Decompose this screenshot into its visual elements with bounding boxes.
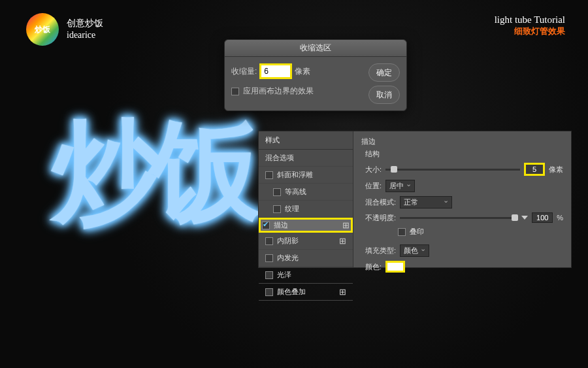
apply-canvas-label: 应用画布边界的效果 — [243, 86, 314, 97]
contract-amount-input[interactable] — [259, 63, 292, 79]
stroke-color-swatch[interactable] — [385, 261, 405, 273]
opacity-reset-icon[interactable] — [521, 216, 528, 220]
position-select[interactable]: 居中 — [385, 180, 415, 192]
style-bevel[interactable]: 斜面和浮雕 — [259, 167, 353, 184]
style-contour[interactable]: 等高线 — [259, 184, 353, 201]
style-contour-checkbox[interactable] — [273, 188, 281, 196]
fill-type-select[interactable]: 颜色 — [400, 244, 429, 257]
style-list-header: 样式 — [259, 131, 353, 150]
structure-label: 结构 — [365, 149, 563, 159]
opacity-input[interactable]: 100 — [532, 212, 553, 223]
style-inner-glow[interactable]: 内发光 — [259, 250, 353, 267]
tutorial-title-cn: 细致灯管效果 — [495, 25, 565, 37]
brand-block: 炒饭 创意炒饭 idearice — [26, 13, 103, 46]
opacity-unit: % — [557, 214, 563, 222]
opacity-slider[interactable] — [400, 217, 517, 219]
tutorial-title: light tube Tutorial 细致灯管效果 — [495, 14, 565, 37]
size-label: 大小: — [365, 165, 382, 175]
style-inner-shadow[interactable]: 内阴影 ⊞ — [259, 233, 353, 250]
style-stroke[interactable]: 描边 ⊞ — [259, 218, 353, 233]
add-stroke-icon[interactable]: ⊞ — [342, 220, 350, 230]
logo-icon: 炒饭 — [26, 13, 59, 46]
stroke-title: 描边 — [361, 137, 563, 146]
stroke-settings: 描边 结构 大小: 5 像素 位置: 居中 混合模式: 正常 不透明度: 100 — [353, 131, 571, 267]
contract-selection-dialog: 收缩选区 收缩量: 像素 应用画布边界的效果 确定 取消 — [224, 39, 407, 111]
style-item-label: 光泽 — [277, 270, 291, 280]
opacity-label: 不透明度: — [365, 213, 396, 223]
style-inner-shadow-checkbox[interactable] — [265, 237, 273, 245]
add-color-overlay-icon[interactable]: ⊞ — [339, 287, 346, 297]
style-blending-options[interactable]: 混合选项 — [259, 150, 353, 167]
brand-cn: 创意炒饭 — [67, 18, 103, 29]
style-satin-checkbox[interactable] — [265, 271, 273, 279]
overprint-checkbox[interactable] — [398, 228, 406, 236]
contract-amount-unit: 像素 — [295, 66, 310, 77]
size-unit: 像素 — [549, 165, 563, 175]
style-item-label: 描边 — [274, 220, 288, 230]
size-input[interactable]: 5 — [524, 163, 545, 176]
blend-mode-label: 混合模式: — [365, 197, 396, 207]
brand-en: idearice — [67, 29, 103, 41]
style-item-label: 纹理 — [285, 204, 299, 214]
style-satin[interactable]: 光泽 — [259, 267, 353, 284]
style-item-label: 斜面和浮雕 — [277, 170, 313, 180]
style-stroke-checkbox[interactable] — [262, 222, 270, 229]
contract-amount-label: 收缩量: — [231, 66, 257, 77]
style-color-overlay[interactable]: 颜色叠加 ⊞ — [259, 284, 353, 301]
style-item-label: 等高线 — [285, 187, 306, 197]
ok-button[interactable]: 确定 — [368, 63, 400, 82]
blend-mode-select[interactable]: 正常 — [400, 196, 452, 209]
tutorial-title-en: light tube Tutorial — [495, 14, 565, 25]
overprint-label: 叠印 — [410, 227, 424, 237]
size-slider[interactable] — [385, 169, 520, 171]
apply-canvas-checkbox[interactable] — [231, 88, 239, 95]
brand-text: 创意炒饭 idearice — [67, 18, 103, 41]
dialog-title: 收缩选区 — [225, 40, 406, 57]
style-list: 样式 混合选项 斜面和浮雕 等高线 纹理 描边 ⊞ 内阴影 ⊞ 内发光 — [259, 131, 353, 267]
style-texture-checkbox[interactable] — [273, 205, 281, 213]
position-label: 位置: — [365, 181, 382, 191]
fill-type-label: 填充类型: — [365, 246, 396, 256]
style-item-label: 混合选项 — [265, 153, 294, 163]
neon-artwork: 炒饭 — [52, 98, 248, 248]
style-item-label: 内发光 — [277, 253, 299, 263]
style-item-label: 颜色叠加 — [277, 287, 306, 297]
cancel-button[interactable]: 取消 — [368, 86, 400, 104]
style-color-overlay-checkbox[interactable] — [265, 288, 273, 296]
color-label: 颜色: — [365, 262, 382, 272]
layer-style-panel: 样式 混合选项 斜面和浮雕 等高线 纹理 描边 ⊞ 内阴影 ⊞ 内发光 — [258, 131, 572, 268]
style-bevel-checkbox[interactable] — [265, 171, 273, 179]
style-texture[interactable]: 纹理 — [259, 201, 353, 218]
style-item-label: 内阴影 — [277, 236, 299, 246]
add-inner-shadow-icon[interactable]: ⊞ — [339, 236, 346, 246]
style-inner-glow-checkbox[interactable] — [265, 254, 273, 262]
